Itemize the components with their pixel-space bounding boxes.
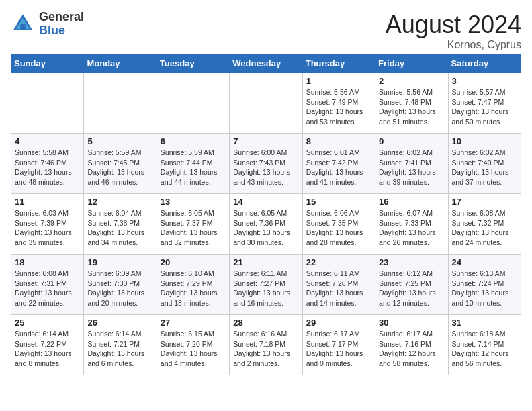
calendar-cell: 19Sunrise: 6:09 AM Sunset: 7:30 PM Dayli… [84, 255, 157, 315]
day-info: Sunrise: 6:09 AM Sunset: 7:30 PM Dayligh… [87, 269, 152, 308]
day-info: Sunrise: 6:05 AM Sunset: 7:36 PM Dayligh… [233, 208, 298, 248]
calendar-week-4: 18Sunrise: 6:08 AM Sunset: 7:31 PM Dayli… [11, 255, 521, 315]
calendar-week-2: 4Sunrise: 5:58 AM Sunset: 7:46 PM Daylig… [11, 134, 521, 194]
day-info: Sunrise: 6:11 AM Sunset: 7:26 PM Dayligh… [306, 269, 371, 308]
day-number: 18 [15, 257, 80, 267]
header-thursday: Thursday [302, 54, 375, 73]
day-info: Sunrise: 6:01 AM Sunset: 7:42 PM Dayligh… [306, 148, 371, 187]
day-info: Sunrise: 6:02 AM Sunset: 7:40 PM Dayligh… [452, 148, 517, 187]
calendar-cell: 30Sunrise: 6:17 AM Sunset: 7:16 PM Dayli… [375, 315, 448, 375]
calendar-cell: 9Sunrise: 6:02 AM Sunset: 7:41 PM Daylig… [375, 134, 448, 194]
calendar-cell: 31Sunrise: 6:18 AM Sunset: 7:14 PM Dayli… [448, 315, 521, 375]
day-info: Sunrise: 6:06 AM Sunset: 7:35 PM Dayligh… [306, 208, 371, 248]
day-number: 26 [87, 318, 152, 328]
day-info: Sunrise: 6:17 AM Sunset: 7:16 PM Dayligh… [379, 329, 444, 369]
day-info: Sunrise: 6:04 AM Sunset: 7:38 PM Dayligh… [87, 208, 152, 248]
calendar-cell: 12Sunrise: 6:04 AM Sunset: 7:38 PM Dayli… [84, 194, 157, 255]
day-number: 9 [379, 136, 444, 146]
calendar-week-5: 25Sunrise: 6:14 AM Sunset: 7:22 PM Dayli… [11, 315, 521, 375]
calendar-cell: 22Sunrise: 6:11 AM Sunset: 7:26 PM Dayli… [302, 255, 375, 315]
day-info: Sunrise: 6:14 AM Sunset: 7:21 PM Dayligh… [87, 329, 152, 369]
logo-text: General Blue [39, 11, 84, 38]
day-number: 16 [379, 197, 444, 207]
calendar-cell [84, 73, 157, 134]
calendar-cell: 27Sunrise: 6:15 AM Sunset: 7:20 PM Dayli… [157, 315, 229, 375]
day-info: Sunrise: 6:05 AM Sunset: 7:37 PM Dayligh… [161, 208, 226, 248]
day-info: Sunrise: 6:18 AM Sunset: 7:14 PM Dayligh… [452, 329, 517, 369]
calendar-cell: 23Sunrise: 6:12 AM Sunset: 7:25 PM Dayli… [375, 255, 448, 315]
calendar-week-3: 11Sunrise: 6:03 AM Sunset: 7:39 PM Dayli… [11, 194, 521, 255]
day-info: Sunrise: 5:56 AM Sunset: 7:48 PM Dayligh… [379, 87, 444, 127]
calendar: SundayMondayTuesdayWednesdayThursdayFrid… [11, 54, 521, 375]
header-sunday: Sunday [11, 54, 84, 73]
header-wednesday: Wednesday [230, 54, 302, 73]
svg-rect-2 [20, 24, 25, 30]
day-number: 19 [87, 257, 152, 267]
day-number: 3 [452, 76, 517, 86]
day-number: 17 [452, 197, 517, 207]
calendar-cell: 3Sunrise: 5:57 AM Sunset: 7:47 PM Daylig… [448, 73, 521, 134]
calendar-cell: 20Sunrise: 6:10 AM Sunset: 7:29 PM Dayli… [157, 255, 229, 315]
day-number: 10 [452, 136, 517, 146]
day-number: 8 [306, 136, 371, 146]
day-number: 13 [161, 197, 226, 207]
calendar-cell [11, 73, 84, 134]
calendar-cell: 15Sunrise: 6:06 AM Sunset: 7:35 PM Dayli… [302, 194, 375, 255]
day-number: 22 [306, 257, 371, 267]
subtitle: Kornos, Cyprus [386, 39, 521, 51]
header-saturday: Saturday [448, 54, 521, 73]
day-number: 25 [15, 318, 80, 328]
header-friday: Friday [375, 54, 448, 73]
calendar-cell: 13Sunrise: 6:05 AM Sunset: 7:37 PM Dayli… [157, 194, 229, 255]
day-info: Sunrise: 5:59 AM Sunset: 7:45 PM Dayligh… [87, 148, 152, 187]
day-info: Sunrise: 5:59 AM Sunset: 7:44 PM Dayligh… [161, 148, 226, 187]
calendar-cell: 6Sunrise: 5:59 AM Sunset: 7:44 PM Daylig… [157, 134, 229, 194]
day-number: 21 [233, 257, 298, 267]
calendar-cell: 29Sunrise: 6:17 AM Sunset: 7:17 PM Dayli… [302, 315, 375, 375]
calendar-cell: 8Sunrise: 6:01 AM Sunset: 7:42 PM Daylig… [302, 134, 375, 194]
calendar-cell: 17Sunrise: 6:08 AM Sunset: 7:32 PM Dayli… [448, 194, 521, 255]
day-info: Sunrise: 6:13 AM Sunset: 7:24 PM Dayligh… [452, 269, 517, 308]
day-number: 20 [161, 257, 226, 267]
day-info: Sunrise: 6:10 AM Sunset: 7:29 PM Dayligh… [161, 269, 226, 308]
day-number: 14 [233, 197, 298, 207]
day-info: Sunrise: 6:11 AM Sunset: 7:27 PM Dayligh… [233, 269, 298, 308]
calendar-cell: 16Sunrise: 6:07 AM Sunset: 7:33 PM Dayli… [375, 194, 448, 255]
day-number: 23 [379, 257, 444, 267]
day-number: 1 [306, 76, 371, 86]
day-info: Sunrise: 6:00 AM Sunset: 7:43 PM Dayligh… [233, 148, 298, 187]
calendar-cell: 18Sunrise: 6:08 AM Sunset: 7:31 PM Dayli… [11, 255, 84, 315]
calendar-cell: 10Sunrise: 6:02 AM Sunset: 7:40 PM Dayli… [448, 134, 521, 194]
day-info: Sunrise: 5:56 AM Sunset: 7:49 PM Dayligh… [306, 87, 371, 127]
calendar-cell: 11Sunrise: 6:03 AM Sunset: 7:39 PM Dayli… [11, 194, 84, 255]
calendar-cell: 24Sunrise: 6:13 AM Sunset: 7:24 PM Dayli… [448, 255, 521, 315]
calendar-week-1: 1Sunrise: 5:56 AM Sunset: 7:49 PM Daylig… [11, 73, 521, 134]
page-header: General Blue August 2024 Kornos, Cyprus [11, 11, 521, 51]
header-tuesday: Tuesday [157, 54, 229, 73]
logo-blue: Blue [39, 24, 84, 38]
day-number: 4 [15, 136, 80, 146]
calendar-cell: 26Sunrise: 6:14 AM Sunset: 7:21 PM Dayli… [84, 315, 157, 375]
day-info: Sunrise: 5:57 AM Sunset: 7:47 PM Dayligh… [452, 87, 517, 127]
day-number: 30 [379, 318, 444, 328]
calendar-cell: 2Sunrise: 5:56 AM Sunset: 7:48 PM Daylig… [375, 73, 448, 134]
day-number: 31 [452, 318, 517, 328]
day-number: 27 [161, 318, 226, 328]
day-info: Sunrise: 6:17 AM Sunset: 7:17 PM Dayligh… [306, 329, 371, 369]
day-number: 11 [15, 197, 80, 207]
logo-general: General [39, 11, 84, 24]
day-info: Sunrise: 6:02 AM Sunset: 7:41 PM Dayligh… [379, 148, 444, 187]
calendar-cell [230, 73, 302, 134]
title-block: August 2024 Kornos, Cyprus [386, 11, 521, 51]
calendar-cell: 5Sunrise: 5:59 AM Sunset: 7:45 PM Daylig… [84, 134, 157, 194]
day-number: 15 [306, 197, 371, 207]
day-info: Sunrise: 6:16 AM Sunset: 7:18 PM Dayligh… [233, 329, 298, 369]
calendar-cell: 25Sunrise: 6:14 AM Sunset: 7:22 PM Dayli… [11, 315, 84, 375]
day-number: 6 [161, 136, 226, 146]
day-number: 24 [452, 257, 517, 267]
calendar-cell [157, 73, 229, 134]
calendar-cell: 14Sunrise: 6:05 AM Sunset: 7:36 PM Dayli… [230, 194, 302, 255]
day-info: Sunrise: 6:08 AM Sunset: 7:32 PM Dayligh… [452, 208, 517, 248]
header-monday: Monday [84, 54, 157, 73]
day-info: Sunrise: 6:08 AM Sunset: 7:31 PM Dayligh… [15, 269, 80, 308]
